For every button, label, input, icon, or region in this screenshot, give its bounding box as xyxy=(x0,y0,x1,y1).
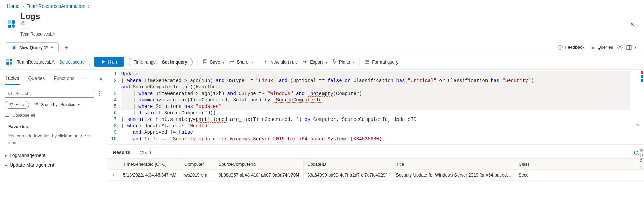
svg-rect-10 xyxy=(10,59,12,61)
new-alert-button[interactable]: ＋ New alert rule xyxy=(263,58,298,66)
collapse-icon xyxy=(5,113,10,118)
panel-layout-button[interactable] xyxy=(625,43,638,52)
editor-minimap xyxy=(641,71,643,82)
collapse-all-button[interactable]: Collapse all xyxy=(5,113,102,118)
svg-rect-9 xyxy=(6,59,9,61)
tab-functions[interactable]: Functions xyxy=(53,73,75,84)
col-computer[interactable]: Computer xyxy=(181,159,215,169)
cell-class: Secu xyxy=(515,170,536,180)
editor-area: 12345678910 Update | where TimeGenerated… xyxy=(107,70,644,181)
breadcrumb-home[interactable]: Home xyxy=(7,3,19,9)
scroll-top-icon[interactable]: ︽ xyxy=(635,121,639,127)
save-icon xyxy=(203,59,208,65)
search-input[interactable] xyxy=(15,91,91,96)
share-icon xyxy=(229,59,235,65)
select-scope-link[interactable]: Select scope xyxy=(59,59,85,65)
col-classification[interactable]: Class xyxy=(515,159,536,169)
layout-icon xyxy=(626,44,632,51)
tab-tables[interactable]: Tables xyxy=(5,72,20,85)
col-updateid[interactable]: UpdateID xyxy=(304,159,392,169)
pin-to-label: Pin to xyxy=(339,59,350,65)
sidebar: Tables Queries Functions ··· « ⋮ Filter … xyxy=(0,70,107,181)
chevron-down-icon xyxy=(77,102,80,107)
sidebar-tabs: Tables Queries Functions ··· « xyxy=(5,72,102,85)
new-alert-label: New alert rule xyxy=(270,59,298,65)
search-icon xyxy=(8,91,13,96)
cell-update: 33a64099-ba99-4e7f-a2d7-cf7d7fc4029f xyxy=(304,170,392,180)
sidebar-more-icon[interactable]: ··· xyxy=(83,76,89,81)
svg-point-7 xyxy=(619,46,621,48)
page-subtitle: TeamResourcesLA xyxy=(20,32,627,37)
svg-rect-2 xyxy=(8,25,11,28)
filter-button[interactable]: Filter xyxy=(5,101,29,109)
breadcrumb: Home › TeamResourcesAutomation › xyxy=(0,0,644,10)
favorites-help-text: You can add favorites by clicking on the… xyxy=(5,131,102,151)
close-tab-icon[interactable]: × xyxy=(51,45,54,50)
chevron-right-icon: › xyxy=(88,3,90,9)
list-icon xyxy=(590,45,595,50)
col-sourcecomputerid[interactable]: SourceComputerId xyxy=(215,159,304,169)
tree-item-label: LogManagement xyxy=(10,153,45,158)
chevron-down-icon xyxy=(222,59,224,65)
save-label: Save xyxy=(210,59,220,65)
format-query-button[interactable]: Format query xyxy=(364,59,398,65)
tree-item-logmanagement[interactable]: ▸ LogManagement xyxy=(5,151,102,160)
scope-icon xyxy=(6,59,12,65)
pin-to-button[interactable]: Pin to xyxy=(332,59,355,65)
queries-label: Queries xyxy=(597,45,613,50)
filter-label: Filter xyxy=(15,102,25,107)
group-by-label: Group by: xyxy=(41,102,59,107)
svg-point-13 xyxy=(9,92,12,95)
share-button[interactable]: Share xyxy=(229,59,253,65)
group-by-button[interactable]: Group by: Solution xyxy=(34,102,80,107)
settings-button[interactable] xyxy=(616,43,625,52)
code-content[interactable]: Update | where TimeGenerated > ago(14h) … xyxy=(121,71,644,142)
svg-point-14 xyxy=(634,151,638,154)
sidebar-options-icon[interactable]: ⋮ xyxy=(97,90,102,97)
export-button[interactable]: Export xyxy=(302,59,327,65)
col-timegenerated[interactable]: TimeGenerated [UTC] xyxy=(120,159,181,169)
tab-results[interactable]: Results xyxy=(112,147,131,158)
pin-icon[interactable] xyxy=(20,21,627,26)
feedback-button[interactable]: Feedback xyxy=(555,43,587,52)
tree-item-updatemanagement[interactable]: ▸ Update Management xyxy=(5,160,102,170)
caret-right-icon: ▸ xyxy=(5,163,8,167)
svg-point-3 xyxy=(12,24,15,28)
expand-row-icon[interactable]: › xyxy=(107,170,120,180)
group-by-value: Solution xyxy=(60,102,75,107)
tab-queries[interactable]: Queries xyxy=(27,73,45,84)
run-button[interactable]: Run xyxy=(94,57,124,67)
col-title[interactable]: Title xyxy=(392,159,515,169)
svg-rect-6 xyxy=(14,46,15,49)
feedback-label: Feedback xyxy=(565,45,584,50)
close-icon[interactable]: × xyxy=(627,20,637,29)
save-button[interactable]: Save xyxy=(203,59,225,65)
search-input-wrapper[interactable] xyxy=(5,89,94,98)
chevron-down-icon xyxy=(352,59,355,65)
code-editor[interactable]: 12345678910 Update | where TimeGenerated… xyxy=(107,70,644,144)
query-tab-icon xyxy=(11,45,17,50)
cell-title: Security Update for Windows Server 2019 … xyxy=(392,170,515,180)
more-menu-icon[interactable]: ··· xyxy=(24,26,30,31)
grid-row[interactable]: › 5/13/2022, 4:34:45.347 AM ws2019-vm 9b… xyxy=(107,170,644,181)
gear-icon xyxy=(617,44,623,51)
caret-right-icon: ▸ xyxy=(5,153,8,158)
svg-rect-11 xyxy=(6,62,9,65)
query-tab[interactable]: New Query 1* × xyxy=(6,42,59,52)
results-tabs: Results Chart xyxy=(107,144,644,158)
collapse-sidebar-icon[interactable]: « xyxy=(100,76,102,81)
breadcrumb-item[interactable]: TeamResourcesAutomation xyxy=(27,3,85,9)
time-range-button[interactable]: Time range : Set in query xyxy=(129,58,193,66)
svg-rect-8 xyxy=(627,45,631,49)
play-icon xyxy=(101,60,105,64)
query-tab-bar: New Query 1* × ＋ Feedback Queries xyxy=(0,41,644,54)
group-icon xyxy=(34,102,39,107)
logs-app-icon xyxy=(7,19,16,29)
columns-panel-toggle[interactable]: ▤ Columns xyxy=(638,146,644,170)
add-tab-button[interactable]: ＋ xyxy=(63,43,70,52)
query-toolbar: TeamResourcesLA Select scope Run Time ra… xyxy=(0,54,644,70)
export-icon xyxy=(302,59,308,65)
svg-point-12 xyxy=(10,62,12,65)
queries-button[interactable]: Queries xyxy=(587,43,616,52)
tab-chart[interactable]: Chart xyxy=(139,148,152,158)
